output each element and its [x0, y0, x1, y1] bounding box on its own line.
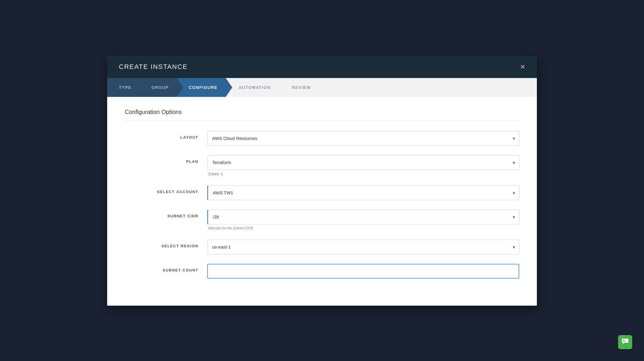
chat-icon [621, 337, 629, 347]
step-group-label: GROUP [152, 85, 169, 90]
region-select-wrapper: us-east-1 us-east-2 us-west-1 eu-west-1 … [207, 240, 519, 254]
step-type-arrow [140, 78, 146, 97]
modal-title: CREATE INSTANCE [119, 63, 187, 71]
layout-row: LAYOUT AWS Cloud Resources Basic Contain… [125, 131, 519, 146]
svg-rect-2 [623, 341, 626, 342]
subnet-cidr-hint: Bitmask for the subnet CIDR [207, 226, 519, 230]
account-row: SELECT ACCOUNT AWS TW1 AWS TW2 GCP Accou… [125, 186, 519, 200]
region-field: us-east-1 us-east-2 us-west-1 eu-west-1 … [207, 240, 519, 254]
layout-label: LAYOUT [125, 131, 207, 140]
step-review-label: REVIEW [292, 85, 311, 90]
step-automation-arrow [279, 78, 286, 97]
plan-field: Terraform Small Medium Large ▾ Cores: 1 [207, 155, 519, 176]
chat-widget[interactable] [618, 335, 632, 349]
subnet-count-row: SUBNET COUNT [125, 264, 519, 279]
subnet-cidr-label: SUBNET CIDR [125, 210, 207, 218]
step-group-arrow [177, 78, 183, 97]
subnet-count-label: SUBNET COUNT [125, 264, 207, 272]
close-button[interactable]: × [520, 63, 525, 71]
layout-select-wrapper: AWS Cloud Resources Basic Container Bare… [207, 131, 519, 146]
subnet-cidr-select[interactable]: /28 /27 /26 /24 [207, 210, 519, 224]
plan-row: PLAN Terraform Small Medium Large ▾ Core… [125, 155, 519, 176]
account-select[interactable]: AWS TW1 AWS TW2 GCP Account [207, 186, 519, 200]
plan-label: PLAN [125, 155, 207, 164]
wizard-steps: TYPE GROUP CONFIGURE AUTOMATION REVIEW [107, 78, 537, 97]
step-configure-arrow [226, 78, 232, 97]
step-configure-label: CONFIGURE [189, 85, 218, 90]
subnet-count-field [207, 264, 519, 279]
modal-header: CREATE INSTANCE × [107, 56, 537, 78]
plan-select-wrapper: Terraform Small Medium Large ▾ [207, 155, 519, 170]
account-select-wrapper: AWS TW1 AWS TW2 GCP Account ▾ [207, 186, 519, 200]
layout-field: AWS Cloud Resources Basic Container Bare… [207, 131, 519, 146]
svg-marker-3 [623, 343, 624, 344]
step-automation-label: AUTOMATION [239, 85, 271, 90]
svg-rect-0 [622, 339, 628, 343]
account-label: SELECT ACCOUNT [125, 186, 207, 194]
step-configure[interactable]: CONFIGURE [177, 78, 226, 97]
layout-select[interactable]: AWS Cloud Resources Basic Container Bare… [207, 131, 519, 146]
step-type-label: TYPE [119, 85, 132, 90]
region-select[interactable]: us-east-1 us-east-2 us-west-1 eu-west-1 [207, 240, 519, 254]
plan-select[interactable]: Terraform Small Medium Large [207, 155, 519, 170]
svg-rect-1 [623, 340, 625, 340]
plan-hint: Cores: 1 [207, 172, 519, 176]
subnet-cidr-select-wrapper: /28 /27 /26 /24 ▾ [207, 210, 519, 224]
section-title: Configuration Options [125, 109, 519, 120]
account-field: AWS TW1 AWS TW2 GCP Account ▾ [207, 186, 519, 200]
modal-body: Configuration Options LAYOUT AWS Cloud R… [107, 97, 537, 306]
create-instance-modal: CREATE INSTANCE × TYPE GROUP CONFIGURE A… [107, 56, 537, 306]
region-label: SELECT REGION [125, 240, 207, 248]
subnet-cidr-field: /28 /27 /26 /24 ▾ Bitmask for the subnet… [207, 210, 519, 230]
subnet-count-input[interactable] [207, 264, 519, 279]
subnet-cidr-row: SUBNET CIDR /28 /27 /26 /24 ▾ Bitmask fo… [125, 210, 519, 230]
region-row: SELECT REGION us-east-1 us-east-2 us-wes… [125, 240, 519, 254]
step-type[interactable]: TYPE [107, 78, 140, 97]
step-automation[interactable]: AUTOMATION [226, 78, 279, 97]
